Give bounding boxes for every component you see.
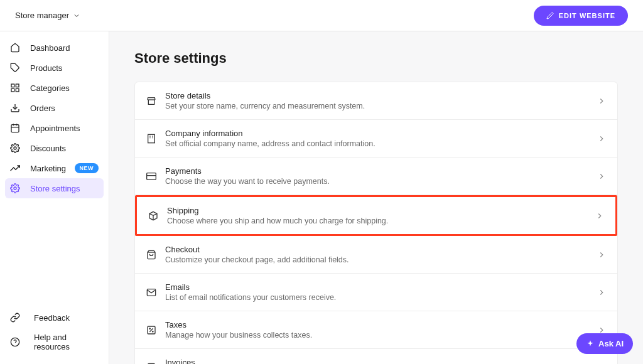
- row-title: Company information: [165, 129, 588, 138]
- settings-icon: [10, 183, 20, 193]
- chevron-right-icon: [595, 211, 604, 220]
- sidebar-item-label: Help and resources: [34, 333, 99, 351]
- sparkle-icon: [586, 340, 595, 348]
- row-desc: Choose where you ship and how much you c…: [167, 217, 586, 225]
- settings-row-payments[interactable]: Payments Choose the way you want to rece…: [135, 158, 617, 195]
- sidebar-item-store-settings[interactable]: Store settings: [5, 178, 104, 198]
- sidebar-item-feedback[interactable]: Feedback: [5, 308, 104, 328]
- sidebar-item-label: Feedback: [34, 313, 70, 323]
- ask-ai-label: Ask AI: [598, 339, 624, 348]
- settings-row-invoices[interactable]: Invoices Customize your invoices, add ad…: [135, 349, 617, 364]
- settings-row-checkout[interactable]: Checkout Customize your checkout page, a…: [135, 236, 617, 274]
- chevron-right-icon: [597, 250, 606, 259]
- sidebar-item-categories[interactable]: Categories: [5, 78, 104, 98]
- svg-rect-6: [11, 125, 19, 132]
- svg-point-11: [14, 187, 16, 190]
- credit-card-icon: [146, 171, 156, 181]
- svg-point-10: [14, 147, 16, 149]
- shopping-bag-icon: [146, 250, 156, 260]
- svg-point-26: [149, 328, 150, 329]
- tag-icon: [10, 63, 20, 73]
- sidebar-item-marketing[interactable]: Marketing NEW: [5, 158, 104, 178]
- sidebar-item-label: Products: [30, 63, 62, 73]
- row-desc: Set official company name, address and c…: [165, 139, 588, 148]
- row-desc: List of email notifications your custome…: [165, 293, 588, 302]
- sidebar-item-label: Orders: [30, 104, 55, 113]
- sidebar-item-label: Discounts: [30, 144, 66, 153]
- sidebar-item-products[interactable]: Products: [5, 58, 104, 78]
- row-title: Taxes: [165, 320, 588, 329]
- row-title: Invoices: [165, 358, 588, 364]
- store-icon: [146, 96, 156, 106]
- row-desc: Manage how your business collects taxes.: [165, 331, 588, 340]
- svg-rect-2: [16, 84, 19, 87]
- sidebar-item-label: Store settings: [30, 184, 80, 193]
- help-icon: [10, 337, 20, 347]
- row-title: Emails: [165, 282, 588, 292]
- workspace-switcher[interactable]: Store manager: [15, 11, 80, 20]
- ask-ai-button[interactable]: Ask AI: [576, 333, 633, 354]
- package-icon: [148, 211, 158, 221]
- gear-icon: [10, 143, 20, 153]
- chevron-right-icon: [597, 97, 606, 105]
- svg-point-27: [153, 331, 153, 331]
- chevron-down-icon: [73, 12, 80, 19]
- settings-row-company-information[interactable]: Company information Set official company…: [135, 120, 617, 158]
- settings-panel: Store details Set your store name, curre…: [134, 82, 618, 364]
- row-desc: Set your store name, currency and measur…: [165, 102, 588, 110]
- svg-rect-3: [16, 88, 19, 92]
- svg-rect-14: [148, 134, 155, 142]
- sidebar-item-discounts[interactable]: Discounts: [5, 138, 104, 158]
- settings-row-shipping[interactable]: Shipping Choose where you ship and how m…: [135, 195, 617, 236]
- sidebar: Dashboard Products Categories Orders App…: [0, 31, 109, 364]
- sidebar-item-help[interactable]: Help and resources: [5, 328, 104, 356]
- home-icon: [10, 43, 20, 53]
- sidebar-item-dashboard[interactable]: Dashboard: [5, 38, 104, 58]
- settings-row-taxes[interactable]: Taxes Manage how your business collects …: [135, 311, 617, 349]
- sidebar-item-appointments[interactable]: Appointments: [5, 118, 104, 138]
- percent-icon: [146, 325, 156, 335]
- sidebar-item-orders[interactable]: Orders: [5, 98, 104, 118]
- calendar-icon: [10, 123, 20, 133]
- settings-row-emails[interactable]: Emails List of email notifications your …: [135, 274, 617, 311]
- workspace-label: Store manager: [15, 11, 69, 20]
- svg-rect-4: [11, 88, 14, 92]
- sidebar-item-label: Categories: [30, 83, 70, 93]
- row-title: Store details: [165, 91, 588, 100]
- chevron-right-icon: [597, 134, 606, 143]
- pencil-icon: [546, 12, 554, 19]
- building-icon: [146, 134, 156, 144]
- trending-icon: [10, 163, 20, 173]
- new-badge: NEW: [75, 163, 99, 173]
- row-title: Payments: [165, 166, 588, 176]
- svg-rect-1: [11, 84, 14, 87]
- sidebar-item-label: Appointments: [30, 124, 80, 133]
- mail-icon: [146, 287, 156, 297]
- row-title: Shipping: [167, 206, 586, 215]
- svg-rect-19: [147, 173, 156, 179]
- page-title: Store settings: [134, 50, 618, 67]
- sidebar-item-label: Dashboard: [30, 43, 70, 53]
- main-content: Store settings Store details Set your st…: [109, 31, 643, 364]
- row-title: Checkout: [165, 245, 588, 254]
- edit-website-button[interactable]: EDIT WEBSITE: [534, 6, 628, 26]
- settings-row-store-details[interactable]: Store details Set your store name, curre…: [135, 82, 617, 120]
- chevron-right-icon: [597, 288, 606, 297]
- row-desc: Customize your checkout page, add additi…: [165, 255, 588, 264]
- download-icon: [10, 103, 20, 113]
- link-icon: [10, 313, 20, 323]
- chevron-right-icon: [597, 172, 606, 181]
- grid-icon: [10, 83, 20, 93]
- sidebar-item-label: Marketing: [30, 164, 66, 173]
- edit-website-label: EDIT WEBSITE: [559, 12, 615, 19]
- row-desc: Choose the way you want to receive payme…: [165, 177, 588, 186]
